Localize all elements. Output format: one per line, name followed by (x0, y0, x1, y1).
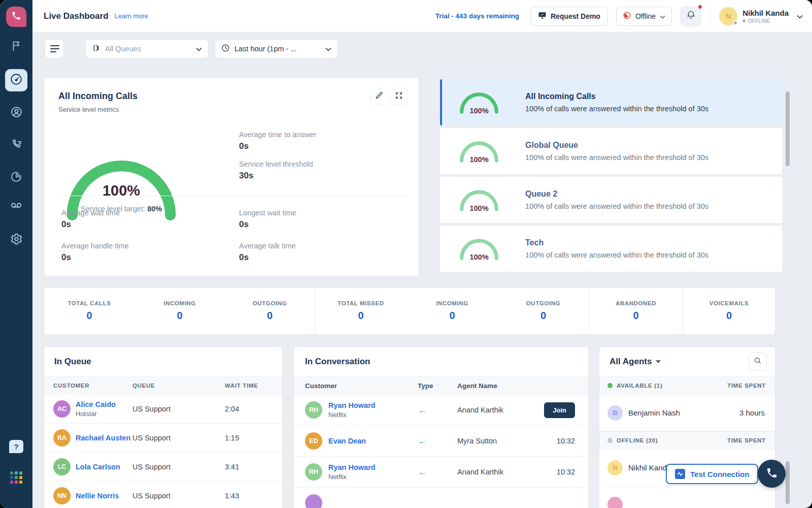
queue-gauge: 100% (457, 188, 501, 212)
stat-incoming: INCOMING0 (134, 288, 225, 334)
chevron-down-icon (196, 44, 202, 53)
customer-link[interactable]: Alice Caido (76, 400, 116, 408)
column-header: Customer (305, 382, 412, 390)
notifications-button[interactable] (680, 6, 701, 26)
agents-filter-dropdown[interactable]: All Agents (610, 357, 661, 367)
customer-link[interactable]: Nellie Norris (76, 492, 119, 500)
column-header: QUEUE (132, 383, 214, 389)
customer-link[interactable]: Lola Carlson (76, 463, 120, 471)
scrollbar[interactable] (786, 91, 790, 166)
phone-icon (766, 467, 778, 481)
learn-more-link[interactable]: Learn more (115, 12, 148, 20)
customer-link[interactable]: Ryan Howard (328, 401, 376, 409)
call-queue-icon (92, 44, 100, 54)
dashboard-menu-button[interactable] (45, 39, 64, 58)
agent-name-cell: Anand Karthik (457, 468, 532, 476)
sidebar-item-calls[interactable] (5, 134, 27, 156)
grid-dot (19, 476, 22, 479)
call-duration-cell: 10:32 (532, 468, 588, 476)
metric-avg-time-to-answer: Average time to answer 0s (239, 131, 316, 151)
sidebar: ? (0, 0, 32, 508)
agent-row (599, 486, 775, 508)
queue-cell: US Support (132, 463, 214, 471)
avatar: NN (53, 487, 71, 504)
avatar: N (719, 7, 737, 25)
page-title: Live Dashboard (44, 11, 109, 21)
available-status-dot (607, 383, 613, 388)
sidebar-item-contacts[interactable] (5, 102, 27, 124)
help-button[interactable]: ? (9, 440, 23, 453)
user-menu[interactable]: N Nikhil Kanda OFFLINE (719, 7, 803, 25)
customer-company: Netflix (328, 411, 376, 419)
stat-outgoing: OUTGOING0 (225, 288, 315, 334)
user-icon (10, 106, 23, 120)
chevron-down-icon (797, 12, 803, 21)
agent-name-cell: Anand Karthik (457, 406, 532, 414)
sidebar-item-settings[interactable] (5, 229, 27, 251)
edit-widget-button[interactable] (370, 88, 388, 105)
queue-cell: US Support (132, 434, 214, 442)
grid-dot (15, 476, 18, 479)
in-queue-row: AC Alice Caido Hotstar US Support 2:04 (44, 395, 282, 424)
chevron-down-icon (325, 44, 331, 53)
in-queue-row: RA Rachael Austen US Support 1:15 (44, 424, 282, 453)
avatar (607, 497, 623, 508)
sidebar-item-dashboard[interactable] (5, 69, 27, 91)
avatar: ED (305, 432, 322, 450)
metric-service-level-threshold: Service level threshold 30s (239, 160, 313, 181)
incoming-arrow-icon: ← (412, 467, 457, 478)
app-switcher-button[interactable] (10, 471, 23, 484)
join-call-button[interactable]: Join (544, 402, 575, 418)
stat-voicemails: VOICEMAILS0 (683, 288, 775, 334)
request-demo-button[interactable]: Request Demo (530, 7, 608, 26)
in-conversation-row: RH Ryan Howard Netflix ← Anand Karthik J… (294, 395, 588, 426)
in-queue-row: NN Nellie Norris US Support 1:43 (44, 482, 282, 508)
avatar: RH (305, 463, 322, 481)
queue-list-item[interactable]: 100% Queue 2 100% of calls were answered… (439, 176, 783, 224)
stat-missed-incoming: INCOMING0 (407, 288, 498, 334)
offline-dot (742, 19, 746, 22)
call-duration-cell: 10:32 (532, 437, 588, 445)
sidebar-item-voicemail[interactable] (5, 195, 27, 217)
dialer-button[interactable] (758, 460, 786, 488)
customer-link[interactable]: Ryan Howard (328, 463, 376, 471)
customer-link[interactable]: Evan Dean (328, 437, 366, 445)
agent-search-button[interactable] (749, 353, 767, 371)
user-status-dot (733, 20, 738, 25)
grid-dot (10, 476, 13, 479)
sidebar-item-reports[interactable] (5, 167, 27, 189)
customer-company: Netflix (328, 473, 376, 481)
customer-link[interactable]: Rachael Austen (76, 434, 130, 442)
offline-moon-icon (623, 11, 631, 21)
card-title: All Incoming Calls (58, 91, 404, 102)
user-name: Nikhil Kanda (742, 9, 789, 17)
queue-list-item[interactable]: 100% All Incoming Calls 100% of calls we… (439, 79, 783, 126)
caret-down-icon (656, 360, 661, 363)
stat-total-missed: TOTAL MISSED0 (315, 288, 407, 334)
test-connection-button[interactable]: Test Connection (666, 464, 758, 484)
offline-status-dot (607, 438, 613, 443)
app-logo[interactable] (6, 7, 26, 27)
presence-dropdown[interactable]: Offline (616, 7, 672, 26)
expand-widget-button[interactable] (390, 88, 408, 105)
queue-service-level-list: 100% All Incoming Calls 100% of calls we… (439, 79, 783, 277)
voicemail-icon (10, 199, 23, 214)
queue-gauge: 100% (457, 90, 501, 115)
trial-banner: Trial - 443 days remaining (435, 12, 519, 20)
call-metrics-icon (10, 138, 23, 153)
column-header: Type (412, 382, 457, 390)
incoming-arrow-icon: ← (412, 405, 457, 416)
scrollbar[interactable] (786, 461, 790, 504)
time-range-dropdown[interactable]: Last hour (1pm - ... (215, 39, 338, 58)
grid-dot (19, 471, 22, 474)
service-level-card: All Incoming Calls Service level metrics… (44, 77, 419, 276)
queue-name: Queue 2 (525, 189, 708, 199)
dashboard-icon (10, 73, 23, 88)
queue-name: All Incoming Calls (525, 92, 708, 101)
agents-group-offline: OFFLINE (20) TIME SPENT (599, 431, 775, 450)
queues-filter-dropdown[interactable]: All Queues (85, 39, 209, 58)
sidebar-item-onboarding[interactable] (5, 36, 27, 58)
queue-list-item[interactable]: 100% Global Queue 100% of calls were ans… (439, 128, 783, 175)
queue-list-item[interactable]: 100% Tech 100% of calls were answered wi… (439, 225, 783, 272)
queue-cell: US Support (132, 405, 214, 413)
